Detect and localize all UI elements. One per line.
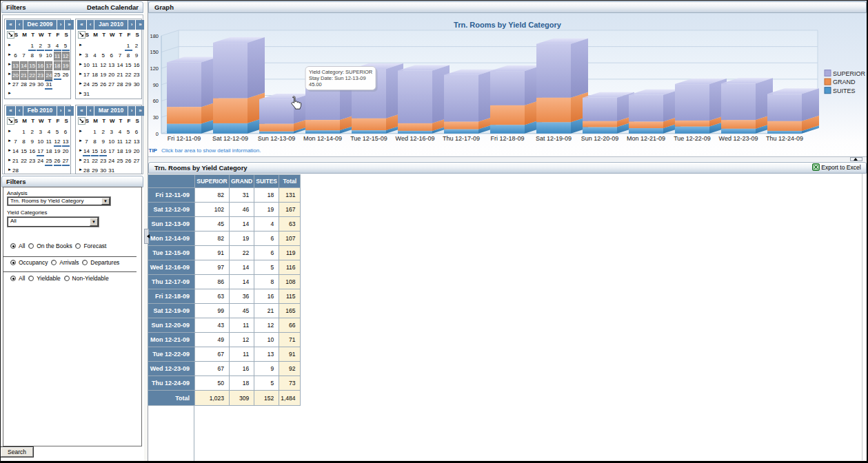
svg-text:45.00: 45.00 [309, 81, 322, 88]
svg-text:Mon 12-14-09: Mon 12-14-09 [303, 135, 342, 142]
svg-text:Mon 12-21-09: Mon 12-21-09 [627, 135, 665, 142]
svg-text:Wed 12-16-09: Wed 12-16-09 [396, 135, 435, 142]
svg-text:150: 150 [150, 49, 159, 55]
svg-text:Sun 12-20-09: Sun 12-20-09 [581, 135, 619, 142]
svg-text:SUITES: SUITES [833, 88, 856, 94]
svg-text:Fri 12-11-09: Fri 12-11-09 [168, 135, 201, 142]
svg-text:Yield Category: SUPERIOR: Yield Category: SUPERIOR [309, 69, 373, 75]
svg-text:90: 90 [153, 82, 159, 88]
svg-text:Stay Date: Sun 12-13-09: Stay Date: Sun 12-13-09 [309, 75, 366, 81]
svg-text:60: 60 [153, 98, 159, 104]
svg-text:Thu 12-24-09: Thu 12-24-09 [766, 135, 803, 142]
svg-text:Sun 12-13-09: Sun 12-13-09 [258, 135, 296, 142]
svg-text:30: 30 [153, 114, 159, 121]
svg-text:GRAND: GRAND [833, 79, 856, 85]
svg-text:120: 120 [150, 65, 159, 72]
svg-text:Sat 12-12-09: Sat 12-12-09 [212, 135, 248, 142]
svg-text:0: 0 [156, 131, 159, 137]
svg-text:Tue 12-15-09: Tue 12-15-09 [350, 135, 387, 142]
svg-text:Fri 12-18-09: Fri 12-18-09 [490, 135, 524, 142]
svg-text:180: 180 [150, 33, 159, 39]
svg-text:SUPERIOR: SUPERIOR [833, 70, 866, 77]
svg-text:Tue 12-22-09: Tue 12-22-09 [674, 135, 711, 142]
svg-text:Sat 12-19-09: Sat 12-19-09 [536, 135, 572, 142]
svg-text:Thu 12-17-09: Thu 12-17-09 [443, 135, 480, 142]
svg-text:Wed 12-23-09: Wed 12-23-09 [719, 135, 758, 142]
